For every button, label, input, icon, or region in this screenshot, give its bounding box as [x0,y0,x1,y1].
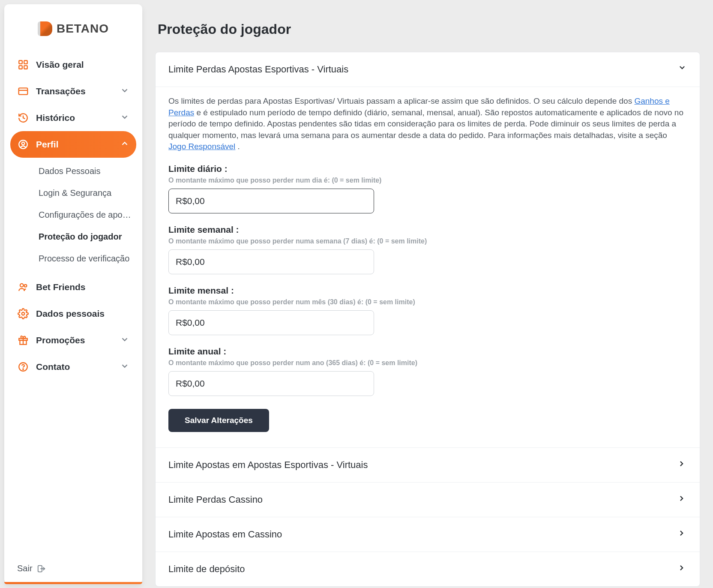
row-limite-apostas-esportivas-virtuais[interactable]: Limite Apostas em Apostas Esportivas - V… [156,447,700,482]
nav-label: Perfil [36,139,59,150]
chevron-right-icon [677,459,687,471]
input-limite-semanal[interactable] [168,249,374,274]
submenu-protecao-jogador[interactable]: Proteção do jogador [30,226,135,248]
input-limite-diario[interactable] [168,189,374,213]
friends-icon [17,282,29,293]
panel-limite-perdas-esport-virtuais[interactable]: Limite Perdas Apostas Esportivas - Virtu… [156,52,700,87]
grid-icon [17,59,29,70]
svg-point-10 [22,312,25,315]
panel-title: Limite Perdas Apostas Esportivas - Virtu… [168,64,348,75]
field-label: Limite semanal : [168,225,687,235]
history-icon [17,112,29,123]
row-label: Limite Perdas Cassino [168,494,263,505]
input-limite-mensal[interactable] [168,310,374,335]
chevron-down-icon [120,361,129,373]
row-limite-perdas-cassino[interactable]: Limite Perdas Cassino [156,482,700,517]
nav-label: Contato [36,362,70,372]
nav-label: Promoções [36,335,85,345]
sidebar-accent-bar [4,582,142,584]
svg-point-8 [20,284,24,287]
svg-point-15 [23,369,24,370]
panel-info-text: Os limites de perdas para Apostas Esport… [168,96,687,153]
field-hint: O montante máximo que posso perder num m… [168,298,687,306]
submenu-dados-pessoais[interactable]: Dados Pessoais [30,160,135,182]
svg-point-9 [24,285,27,287]
panel-body: Os limites de perdas para Apostas Esport… [156,87,700,447]
row-limite-deposito[interactable]: Limite de depósito [156,552,700,586]
field-hint: O montante máximo que posso perder numa … [168,237,687,245]
nav-label: Transações [36,86,86,96]
chevron-down-icon [120,112,129,124]
link-jogo-responsavel[interactable]: Jogo Responsável [168,142,235,151]
nav-label: Bet Friends [36,282,86,292]
chevron-right-icon [677,563,687,575]
svg-rect-0 [19,60,22,64]
player-protection-card: Limite Perdas Apostas Esportivas - Virtu… [155,52,700,587]
chevron-right-icon [677,528,687,540]
row-limite-apostas-cassino[interactable]: Limite Apostas em Cassino [156,517,700,552]
nav-item-historico[interactable]: Histórico [10,105,136,131]
submenu-config-apostas[interactable]: Configurações de apos… [30,204,135,226]
svg-rect-3 [24,66,27,69]
row-label: Limite Apostas em Cassino [168,529,282,540]
nav-item-perfil[interactable]: Perfil [10,131,136,158]
chevron-down-icon [677,63,687,75]
help-icon [17,361,29,372]
row-label: Limite Apostas em Apostas Esportivas - V… [168,459,368,471]
field-label: Limite anual : [168,346,687,357]
gift-icon [17,335,29,346]
submenu-processo-verificacao[interactable]: Processo de verificação [30,248,135,270]
brand-name: BETANO [57,22,109,36]
brand-mark-icon [38,21,52,36]
field-limite-anual: Limite anual : O montante máximo que pos… [168,346,687,396]
sidebar: BETANO Visão geral Transações [4,4,142,584]
field-hint: O montante máximo que posso perder num a… [168,359,687,367]
nav-item-promocoes[interactable]: Promoções [10,327,136,354]
field-label: Limite diário : [168,164,687,174]
field-limite-semanal: Limite semanal : O montante máximo que p… [168,225,687,274]
nav-list: Visão geral Transações Histórico [4,49,142,556]
chevron-up-icon [120,139,129,150]
field-hint: O montante máximo que posso perder num d… [168,177,687,184]
nav-item-contato[interactable]: Contato [10,354,136,380]
nav-item-visao-geral[interactable]: Visão geral [10,51,136,78]
main-content: Proteção do jogador Limite Perdas Aposta… [142,0,713,588]
logout-button[interactable]: Sair [4,556,142,584]
nav-item-dados-pessoais[interactable]: Dados pessoais [10,300,136,327]
input-limite-anual[interactable] [168,371,374,396]
submenu-login-seguranca[interactable]: Login & Segurança [30,182,135,204]
svg-rect-1 [24,60,27,64]
chevron-right-icon [677,494,687,506]
field-label: Limite mensal : [168,285,687,296]
nav-label: Histórico [36,113,75,123]
card-icon [17,86,29,97]
logout-label: Sair [17,564,33,573]
chevron-down-icon [120,86,129,97]
svg-rect-2 [19,66,22,69]
field-limite-mensal: Limite mensal : O montante máximo que po… [168,285,687,335]
user-icon [17,139,29,150]
svg-point-7 [22,142,25,145]
nav-item-transacoes[interactable]: Transações [10,78,136,105]
gear-icon [17,308,29,319]
svg-rect-4 [19,88,28,94]
nav-item-bet-friends[interactable]: Bet Friends [10,274,136,300]
brand-logo: BETANO [4,4,142,49]
logout-icon [37,564,46,573]
row-label: Limite de depósito [168,564,245,575]
chevron-down-icon [120,335,129,346]
field-limite-diario: Limite diário : O montante máximo que po… [168,164,687,213]
save-button[interactable]: Salvar Alterações [168,409,269,432]
nav-label: Visão geral [36,60,84,70]
profile-submenu: Dados Pessoais Login & Segurança Configu… [10,158,136,274]
page-title: Proteção do jogador [158,21,700,37]
nav-label: Dados pessoais [36,309,105,319]
